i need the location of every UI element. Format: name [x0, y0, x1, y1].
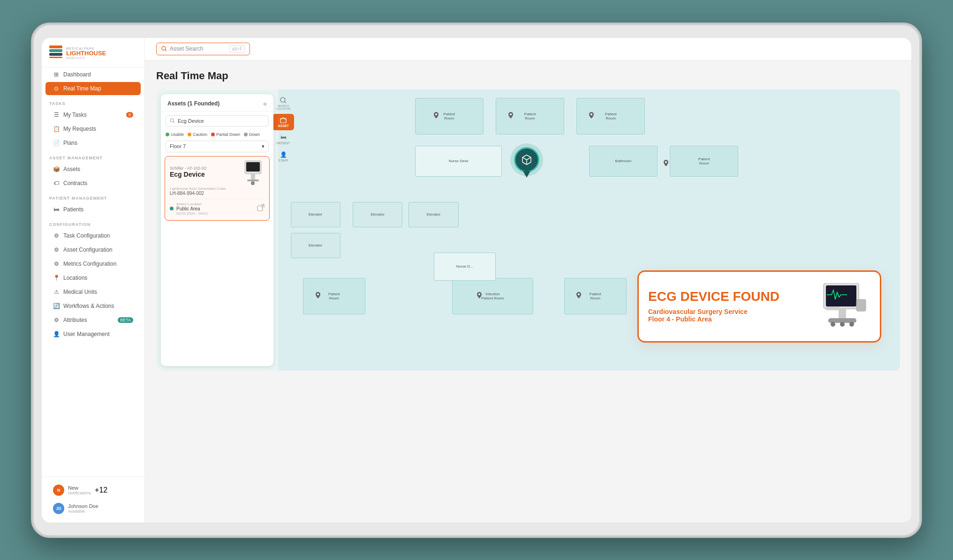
sidebar-item-label: Task Configuration [63, 232, 110, 239]
asset-map-marker[interactable] [514, 147, 539, 172]
status-down: Down [244, 132, 260, 137]
sidebar-item-workflows[interactable]: 🔄 Workflows & Actions [45, 299, 141, 313]
panel-search[interactable] [166, 115, 269, 127]
plans-icon: 📄 [53, 140, 60, 146]
asset-card[interactable]: Schiller - AT-102-02 Ecg Device [165, 156, 270, 221]
location-name: Public Area [176, 206, 208, 211]
down-dot [244, 133, 248, 136]
map-pin-4 [316, 292, 320, 299]
asset-nav-button[interactable]: ASSET [272, 114, 294, 130]
elevator1: Elevator [291, 202, 340, 227]
svg-point-2 [170, 119, 174, 122]
svg-point-17 [665, 161, 667, 163]
status-legend: Usable Caution Partial Down [161, 130, 273, 141]
sidebar-item-attributes[interactable]: ⚙ Attributes BETA [45, 314, 141, 327]
ecg-device-thumbnail [242, 160, 264, 186]
location-dot [170, 207, 174, 210]
usermgmt-icon: 👤 [53, 331, 60, 337]
user-profile-item[interactable]: JD Johnson Doe Available [45, 500, 141, 517]
patient-nav-button[interactable]: 🛏 PATIENT [272, 131, 294, 148]
asset-card-header: Schiller - AT-102-02 Ecg Device [170, 161, 265, 185]
bathroom: Bathroom [589, 146, 658, 177]
panel-collapse-button[interactable]: « [263, 100, 267, 107]
sidebar-item-taskconfig[interactable]: ⚙ Task Configuration [45, 229, 141, 242]
ecg-found-popup: ECG DEVICE FOUND Cardiovascular Surgery … [637, 270, 881, 343]
floor-selector[interactable]: Floor 7 ▾ [166, 141, 269, 152]
found-text: ECG DEVICE FOUND Cardiovascular Surgery … [648, 290, 807, 323]
svg-point-14 [317, 293, 319, 295]
sidebar-bottom: N New Notifications +12 JD Johnson Doe A… [42, 477, 144, 518]
device-frame: MEDICALPARK LIGHTHOUSE borda v4.0.0 ⊞ Da… [31, 22, 922, 538]
sidebar-item-label: Workflows & Actions [63, 303, 114, 309]
sidebar-item-assets[interactable]: 📦 Assets [45, 163, 141, 176]
search-location-label: SEARCHLOCATION [276, 105, 290, 110]
elevator4: Elevator [408, 202, 458, 227]
logo-stripe-orange2 [49, 57, 62, 58]
sidebar-item-realtime[interactable]: ⊙ Real Time Map [45, 82, 141, 95]
asset-search-bar[interactable]: Asset Search alt+F [156, 43, 250, 55]
location-date: 03.02.2024 - 04/21 [176, 211, 208, 216]
logo-stripe-teal [49, 49, 62, 52]
sidebar-item-mytasks[interactable]: ☰ My Tasks 8 [45, 108, 141, 121]
status-usable: Usable [166, 132, 184, 137]
svg-rect-5 [246, 162, 260, 172]
search-location-button[interactable]: SEARCHLOCATION [272, 94, 294, 113]
panel-search-input[interactable] [178, 118, 265, 124]
notifications-item[interactable]: N New Notifications +12 [45, 481, 141, 499]
asset-location-text: Active Location Public Area 03.02.2024 -… [176, 202, 208, 216]
notification-avatar: N [53, 485, 64, 496]
svg-rect-6 [251, 174, 255, 179]
asset-thumbnail [241, 161, 265, 185]
notification-sub: Notifications [68, 491, 91, 495]
sidebar-item-plans[interactable]: 📄 Plans [45, 136, 141, 149]
status-caution: Caution [188, 132, 207, 137]
sidebar-item-contracts[interactable]: 🏷 Contracts [45, 177, 141, 190]
map-icon: ⊙ [53, 85, 60, 92]
sidebar-item-usermgmt[interactable]: 👤 User Management [45, 328, 141, 341]
sidebar-item-label: Dashboard [63, 71, 91, 78]
sidebar-item-assetconfig[interactable]: ⚙ Asset Configuration [45, 243, 141, 256]
sidebar-item-dashboard[interactable]: ⊞ Dashboard [45, 68, 141, 81]
svg-point-16 [578, 293, 580, 295]
logo-name: LIGHTHOUSE [66, 50, 106, 56]
box-icon [521, 154, 532, 165]
usable-label: Usable [171, 132, 184, 137]
staff-nav-icon: 👤 [280, 151, 287, 158]
locations-icon: 📍 [53, 275, 60, 281]
section-patient-mgmt: PATIENT MANAGEMENT [42, 190, 144, 202]
sidebar-item-medicalunits[interactable]: ⚠ Medical Units [45, 285, 141, 299]
section-tasks: TASKS [42, 96, 144, 108]
active-location-label: Active Location [176, 202, 208, 206]
sidebar-item-locations[interactable]: 📍 Locations [45, 271, 141, 284]
sidebar-item-label: Real Time Map [63, 85, 101, 92]
user-status: Available [68, 509, 98, 514]
asset-location-row: Active Location Public Area 03.02.2024 -… [170, 199, 265, 216]
svg-point-12 [510, 113, 512, 115]
user-name: Johnson Doe [68, 503, 98, 509]
sidebar-item-label: Medical Units [63, 289, 97, 295]
sidebar-item-metricsconfig[interactable]: ⚙ Metrics Configuration [45, 257, 141, 270]
logo-version: borda v4.0.0 [66, 56, 106, 60]
metricsconfig-icon: ⚙ [53, 261, 60, 267]
sidebar-item-label: Plans [63, 140, 77, 146]
elevator2: Elevator [353, 202, 402, 227]
main-content: Asset Search alt+F Real Time Map Assets … [145, 38, 911, 523]
sidebar-item-label: My Tasks [63, 112, 87, 118]
svg-rect-7 [247, 179, 259, 181]
sidebar-item-patients[interactable]: 🛏 Patients [45, 203, 141, 216]
tasks-icon: ☰ [53, 112, 60, 118]
caution-dot [188, 133, 191, 136]
staff-nav-label: STAFF [278, 159, 288, 162]
caution-label: Caution [193, 132, 207, 137]
app-layout: MEDICALPARK LIGHTHOUSE borda v4.0.0 ⊞ Da… [42, 38, 911, 523]
nurse-desk-2: Nurse D... [434, 253, 496, 281]
location-link-icon[interactable] [257, 204, 265, 213]
sidebar-item-label: Asset Configuration [63, 246, 113, 253]
user-text: Johnson Doe Available [68, 503, 98, 514]
dashboard-icon: ⊞ [53, 71, 60, 78]
attributes-icon: ⚙ [53, 317, 60, 323]
sidebar-item-myrequests[interactable]: 📋 My Requests [45, 122, 141, 135]
map-container: Assets (1 Founded) « [156, 90, 900, 371]
floor-label: Floor 7 [170, 143, 186, 149]
staff-nav-button[interactable]: 👤 STAFF [272, 149, 294, 165]
